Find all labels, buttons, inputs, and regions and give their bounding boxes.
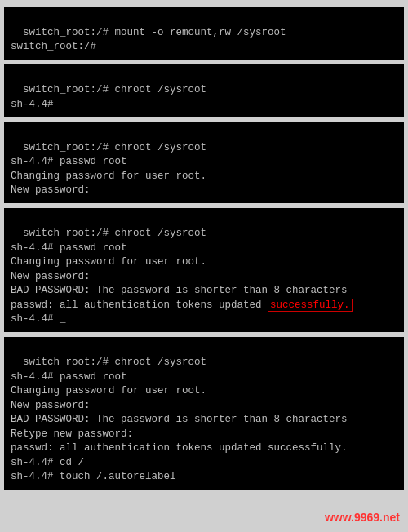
line-5-5: BAD PASSWORD: The password is shorter th… bbox=[11, 414, 348, 425]
terminal-block-1: switch_root:/# mount -o remount,rw /sysr… bbox=[4, 7, 404, 60]
line-2-2: sh-4.4# bbox=[11, 99, 54, 110]
line-5-2: sh-4.4# passwd root bbox=[11, 371, 127, 383]
line-1-1: switch_root:/# mount -o remount,rw /sysr… bbox=[23, 27, 286, 38]
line-3-1: switch_root:/# chroot /sysroot bbox=[23, 142, 206, 153]
line-4-1: switch_root:/# chroot /sysroot bbox=[23, 228, 206, 239]
line-5-7: passwd: all authentication tokens update… bbox=[11, 442, 348, 454]
line-5-1: switch_root:/# chroot /sysroot bbox=[23, 357, 206, 368]
line-3-3: Changing password for user root. bbox=[11, 171, 206, 182]
line-5-9: sh-4.4# touch /.autorelabel bbox=[11, 471, 176, 482]
line-3-2: sh-4.4# passwd root bbox=[11, 156, 127, 167]
watermark: www.9969.net bbox=[325, 511, 400, 524]
terminal-block-2: switch_root:/# chroot /sysroot sh-4.4# bbox=[4, 64, 404, 117]
line-5-8: sh-4.4# cd / bbox=[11, 457, 84, 468]
line-1-2: switch_root:/# bbox=[11, 41, 96, 52]
line-4-2: sh-4.4# passwd root bbox=[11, 242, 127, 254]
line-4-6: passwd: all authentication tokens update… bbox=[11, 299, 353, 312]
line-4-5: BAD PASSWORD: The password is shorter th… bbox=[11, 285, 348, 296]
line-2-1: switch_root:/# chroot /sysroot bbox=[23, 84, 206, 95]
line-5-4: New password: bbox=[11, 400, 91, 411]
line-4-3: Changing password for user root. bbox=[11, 256, 206, 268]
terminal-block-3: switch_root:/# chroot /sysroot sh-4.4# p… bbox=[4, 122, 404, 203]
line-5-6: Retype new password: bbox=[11, 428, 133, 440]
line-4-4: New password: bbox=[11, 271, 91, 282]
line-4-7: sh-4.4# _ bbox=[11, 313, 66, 325]
line-3-4: New password: bbox=[11, 184, 91, 196]
line-5-3: Changing password for user root. bbox=[11, 385, 206, 397]
terminal-block-4: switch_root:/# chroot /sysroot sh-4.4# p… bbox=[4, 208, 404, 332]
terminal-block-5: switch_root:/# chroot /sysroot sh-4.4# p… bbox=[4, 337, 404, 490]
success-highlight: successfully. bbox=[268, 299, 353, 312]
